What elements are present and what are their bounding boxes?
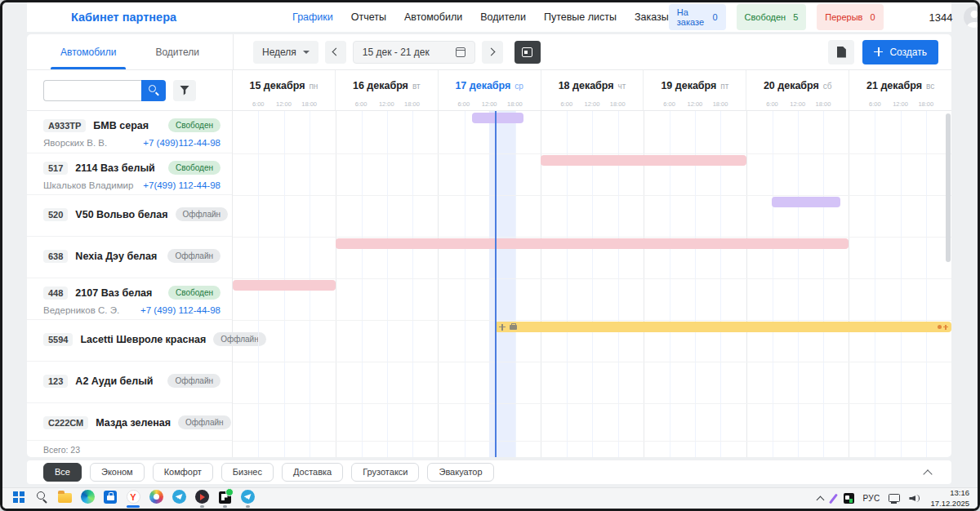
clock[interactable]: 13:16 17.12.2025: [930, 488, 969, 509]
row-separator: [233, 362, 951, 362]
plate-badge: 517: [43, 162, 68, 175]
nav-item[interactable]: Отчеты: [351, 11, 386, 23]
vehicle-name: Nexia Дэу белая: [75, 251, 157, 262]
schedule-bar[interactable]: [495, 322, 951, 332]
status-badge[interactable]: Свободен 5: [737, 4, 807, 30]
day-date: 15 декабря: [249, 80, 305, 91]
time-tick: 18:00: [816, 100, 831, 108]
hour-gridline: [515, 111, 516, 457]
schedule-bar[interactable]: [472, 113, 523, 123]
time-tick: 6:00: [663, 100, 675, 108]
edge-icon[interactable]: [76, 488, 99, 509]
schedule-bar[interactable]: [336, 238, 849, 249]
today-button[interactable]: [514, 41, 541, 64]
vehicle-name: Lacetti Шевроле красная: [80, 334, 206, 345]
phone-link[interactable]: +7 (499) 112-44-98: [140, 305, 220, 315]
tab[interactable]: Автомобили: [57, 34, 119, 69]
nav-item[interactable]: Графики: [292, 11, 333, 23]
category-chip[interactable]: Доставка: [282, 463, 343, 481]
vehicle-row[interactable]: 638 Nexia Дэу белая Оффлайн: [27, 237, 232, 278]
row-separator: [233, 320, 951, 321]
language-indicator[interactable]: РУС: [863, 494, 880, 503]
time-tick: 6:00: [458, 100, 470, 108]
category-chip[interactable]: Бизнес: [221, 463, 274, 481]
hour-gridline: [875, 111, 875, 457]
schedule-bar[interactable]: [233, 280, 336, 291]
status-badge-count: 5: [793, 12, 798, 22]
vehicle-row[interactable]: 5594 Lacetti Шевроле красная Оффлайн: [27, 320, 232, 362]
capture-app-icon[interactable]: [213, 488, 236, 509]
schedule-bar[interactable]: [772, 197, 840, 207]
category-chip[interactable]: Эконом: [90, 463, 145, 481]
date-range-label: 15 дек - 21 дек: [363, 47, 430, 58]
windows-start-icon[interactable]: [7, 488, 30, 509]
vehicle-row[interactable]: 123 А2 Ауди белый Оффлайн: [27, 362, 232, 403]
driver-name: Яворских В. В.: [43, 138, 107, 148]
timeline: 15 декабряпн 6:0012:0018:00 16 декабрявт…: [233, 70, 951, 457]
telegram-alt-icon[interactable]: [236, 488, 259, 509]
chevron-left-icon: [332, 48, 341, 56]
collapse-button[interactable]: [915, 463, 940, 482]
hour-gridline: [798, 111, 799, 457]
vertical-scrollbar[interactable]: [946, 113, 951, 262]
media-player-icon[interactable]: [190, 488, 213, 509]
next-week-button[interactable]: [482, 41, 503, 64]
tray-chevron-up-icon[interactable]: [817, 495, 823, 503]
row-separator: [233, 153, 951, 154]
nav-item[interactable]: Автомобили: [404, 11, 462, 23]
search-icon[interactable]: [30, 488, 53, 509]
schedule-bar[interactable]: [541, 155, 746, 166]
telegram-icon[interactable]: [167, 488, 190, 509]
status-badge[interactable]: На заказе 0: [669, 4, 726, 30]
vehicle-row[interactable]: 448 2107 Ваз белая Свободен Ведерников С…: [27, 278, 232, 320]
vehicle-row[interactable]: 520 V50 Вольво белая Оффлайн: [27, 195, 232, 237]
category-chip[interactable]: Эвакуатор: [427, 463, 493, 481]
yandex-browser-icon[interactable]: [122, 488, 145, 509]
filter-button[interactable]: [173, 80, 196, 101]
hour-gridline: [823, 111, 824, 457]
status-badge[interactable]: Перерыв 0: [817, 4, 883, 30]
search-input[interactable]: [43, 80, 141, 101]
chevron-right-icon: [488, 48, 496, 56]
network-icon[interactable]: [889, 494, 900, 504]
file-explorer-icon[interactable]: [53, 488, 76, 509]
pen-icon[interactable]: [832, 493, 835, 504]
running-indicator: [200, 505, 204, 508]
category-chip[interactable]: Грузотакси: [351, 463, 419, 481]
paint-app-icon[interactable]: [145, 488, 167, 509]
status-badge-label: На заказе: [677, 7, 706, 27]
search-button[interactable]: [141, 80, 166, 101]
avatar[interactable]: [964, 7, 980, 28]
period-select[interactable]: Неделя: [253, 41, 318, 64]
running-indicator: [176, 505, 181, 508]
status-badge-count: 0: [870, 12, 875, 22]
vehicle-row[interactable]: С222СМ Мазда зеленая Оффлайн: [27, 403, 232, 441]
tab[interactable]: Водители: [152, 34, 202, 69]
category-chip[interactable]: Все: [43, 463, 82, 481]
create-button[interactable]: Создать: [862, 40, 938, 64]
nav-item[interactable]: Заказы: [635, 11, 669, 23]
time-tick: 6:00: [355, 100, 368, 108]
vehicle-row[interactable]: 517 2114 Ваз белый Свободен Шкальков Вла…: [27, 153, 232, 195]
date-range-field[interactable]: 15 дек - 21 дек: [353, 41, 475, 64]
vehicle-row[interactable]: А933ТР БМВ серая Свободен Яворских В. В.…: [27, 111, 232, 153]
brand-logo[interactable]: Кабинет партнера: [71, 11, 176, 24]
phone-link[interactable]: +7(499) 112-44-98: [143, 180, 220, 190]
system-tray: РУС 13:16 17.12.2025: [817, 488, 973, 509]
volume-icon[interactable]: [909, 494, 921, 504]
status-pill: Оффлайн: [178, 415, 231, 429]
plate-badge: А933ТР: [43, 119, 86, 132]
nav-item[interactable]: Водители: [480, 11, 526, 23]
driver-status-badges: На заказе 0 Свободен 5 Перерыв 0: [669, 4, 884, 30]
nav-item[interactable]: Путевые листы: [544, 11, 617, 23]
time-tick: 12:00: [687, 100, 702, 108]
report-button[interactable]: [828, 40, 854, 64]
phone-link[interactable]: +7 (499)112-44-98: [143, 138, 220, 148]
category-chip[interactable]: Комфорт: [153, 463, 213, 481]
day-column: [746, 111, 849, 457]
schedule-grid: А933ТР БМВ серая Свободен Яворских В. В.…: [27, 70, 951, 457]
prev-week-button[interactable]: [325, 41, 346, 64]
microsoft-store-icon[interactable]: [99, 488, 122, 509]
capture-tray-icon[interactable]: [844, 493, 854, 504]
day-date: 18 декабря: [559, 80, 614, 91]
